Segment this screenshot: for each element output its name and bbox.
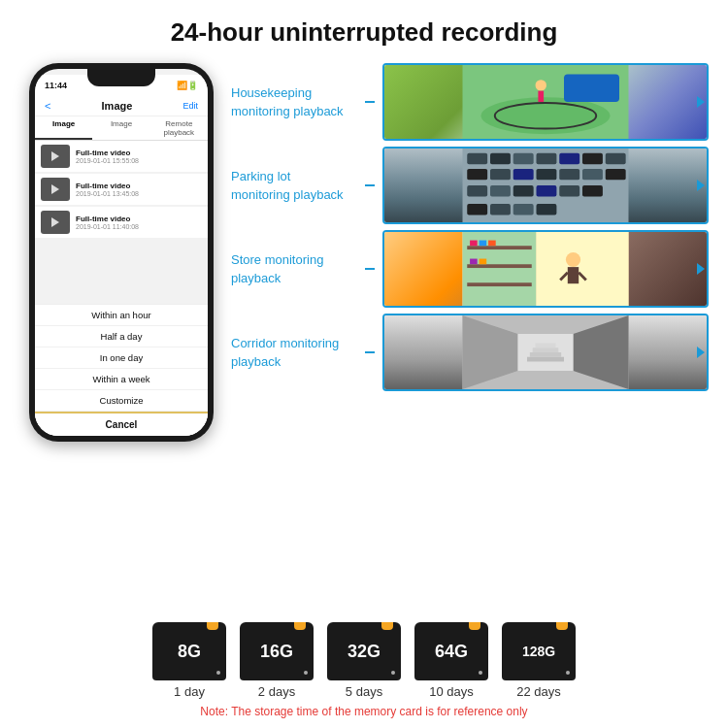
storage-card-4: 128G 22 days: [502, 622, 576, 699]
phone-cancel-btn[interactable]: Cancel: [35, 412, 208, 436]
svg-rect-15: [490, 169, 511, 180]
svg-rect-37: [470, 241, 478, 247]
storage-card-3: 64G 10 days: [414, 622, 488, 699]
svg-rect-7: [467, 153, 487, 164]
video-title-2: Full-time video: [76, 215, 202, 223]
phone-edit-btn[interactable]: Edit: [182, 101, 198, 111]
phone-video-item-1[interactable]: Full-time video 2019-01-01 13:45:08: [35, 174, 208, 205]
monitoring-image-2: [382, 230, 709, 308]
phone-screen-title: Image: [102, 100, 133, 112]
sd-card-2: 32G: [327, 622, 401, 680]
svg-rect-43: [568, 267, 579, 283]
svg-rect-17: [537, 169, 557, 180]
video-thumb-0: [41, 145, 70, 168]
dropdown-item-0[interactable]: Within an hour: [35, 305, 208, 326]
storage-note: Note: The storage time of the memory car…: [19, 705, 709, 718]
connector-3: [365, 351, 375, 353]
storage-card-1: 16G 2 days: [240, 622, 314, 699]
sd-card-dot-3: [479, 671, 482, 675]
svg-rect-12: [582, 153, 603, 164]
svg-rect-3: [564, 75, 619, 103]
phone-tab-2[interactable]: Remote playback: [150, 116, 208, 140]
svg-rect-35: [467, 264, 532, 268]
svg-rect-19: [582, 169, 603, 180]
svg-rect-20: [606, 169, 626, 180]
svg-rect-39: [488, 241, 496, 247]
dropdown-item-3[interactable]: Within a week: [35, 369, 208, 390]
svg-rect-10: [537, 153, 557, 164]
sd-card-dot-1: [304, 671, 308, 675]
arrow-store: [697, 263, 705, 275]
dropdown-item-4[interactable]: Customize: [35, 390, 208, 412]
svg-rect-27: [467, 204, 487, 215]
monitoring-item-0: Housekeepingmonitoring playback: [231, 63, 709, 141]
video-date-0: 2019-01-01 15:55:08: [76, 157, 202, 164]
svg-rect-34: [467, 246, 532, 249]
svg-rect-50: [527, 357, 564, 362]
video-thumb-2: [41, 211, 70, 234]
phone-notch: [87, 69, 155, 86]
monitoring-image-3: [382, 314, 709, 391]
svg-rect-40: [470, 259, 478, 265]
storage-days-2: 5 days: [346, 684, 382, 699]
monitoring-image-0: [382, 63, 709, 141]
svg-rect-11: [559, 153, 579, 164]
sd-card-label-0: 8G: [178, 643, 201, 660]
connector-1: [365, 184, 375, 186]
svg-rect-36: [467, 282, 532, 286]
video-date-1: 2019-01-01 13:45:08: [76, 190, 202, 197]
img-corridor: [384, 315, 707, 389]
sd-card-label-3: 64G: [435, 643, 468, 660]
svg-rect-8: [490, 153, 511, 164]
sd-card-1: 16G: [240, 622, 314, 680]
storage-cards: 8G 1 day 16G 2 days 32G 5 days: [19, 622, 709, 699]
storage-card-2: 32G 5 days: [327, 622, 401, 699]
svg-rect-41: [480, 259, 487, 265]
monitoring-label-3: Corridor monitoringplayback: [231, 334, 357, 371]
phone-video-item-0[interactable]: Full-time video 2019-01-01 15:55:08: [35, 141, 208, 172]
svg-rect-21: [467, 185, 487, 196]
storage-days-0: 1 day: [174, 684, 205, 699]
svg-rect-26: [582, 185, 603, 196]
sd-card-3: 64G: [414, 622, 488, 680]
svg-rect-13: [606, 153, 626, 164]
phone-back-btn[interactable]: <: [45, 100, 50, 112]
svg-rect-25: [559, 185, 579, 196]
svg-rect-52: [533, 347, 559, 352]
monitoring-label-0: Housekeepingmonitoring playback: [231, 83, 357, 120]
connector-0: [365, 101, 375, 103]
img-parking: [384, 149, 707, 222]
video-date-2: 2019-01-01 11:40:08: [76, 223, 202, 230]
sd-card-dot-4: [566, 671, 570, 675]
storage-days-1: 2 days: [258, 684, 295, 699]
phone-tabs: Image Image Remote playback: [35, 116, 208, 141]
phone-tab-0[interactable]: Image: [35, 116, 92, 140]
svg-rect-29: [513, 204, 534, 215]
monitoring-label-2: Store monitoringplayback: [231, 250, 357, 287]
phone-tab-1[interactable]: Image: [92, 116, 149, 140]
phone-video-item-2[interactable]: Full-time video 2019-01-01 11:40:08: [35, 207, 208, 238]
monitoring-item-1: Parking lotmonitoring playback: [231, 147, 709, 224]
sd-card-4: 128G: [502, 622, 576, 680]
dropdown-item-2[interactable]: In one day: [35, 347, 208, 369]
svg-rect-18: [559, 169, 579, 180]
svg-rect-14: [467, 169, 487, 180]
phone-video-list: Full-time video 2019-01-01 15:55:08 Full…: [35, 141, 208, 304]
video-thumb-1: [41, 178, 70, 201]
svg-point-42: [566, 252, 580, 267]
storage-days-4: 22 days: [516, 684, 561, 699]
svg-rect-23: [513, 185, 534, 196]
dropdown-item-1[interactable]: Half a day: [35, 326, 208, 347]
svg-rect-9: [513, 153, 534, 164]
sd-card-label-2: 32G: [347, 643, 381, 660]
svg-rect-33: [537, 232, 629, 306]
img-housekeeping: [384, 65, 707, 139]
storage-card-0: 8G 1 day: [152, 622, 226, 699]
video-title-0: Full-time video: [76, 149, 202, 157]
monitoring-item-3: Corridor monitoringplayback: [231, 314, 709, 391]
svg-rect-28: [490, 204, 511, 215]
arrow-housekeeping: [697, 96, 705, 108]
bottom-section: 8G 1 day 16G 2 days 32G 5 days: [19, 622, 709, 718]
svg-rect-22: [490, 185, 511, 196]
arrow-corridor: [697, 347, 705, 358]
